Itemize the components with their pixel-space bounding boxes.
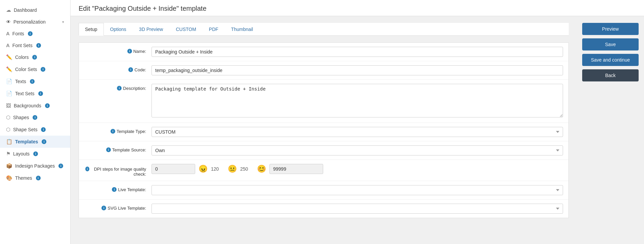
sidebar-item-label: Color Sets bbox=[15, 67, 37, 72]
name-row: i Name: bbox=[79, 43, 568, 61]
live-template-select[interactable] bbox=[152, 185, 563, 195]
sidebar-item-fonts[interactable]: A Fonts i bbox=[0, 28, 70, 39]
code-input[interactable] bbox=[152, 65, 563, 75]
dpi-input-1[interactable] bbox=[152, 164, 195, 174]
sidebar-item-colors[interactable]: ✏️ Colors i bbox=[0, 51, 70, 63]
themes-icon: 🎨 bbox=[6, 175, 12, 181]
info-icon-texts[interactable]: i bbox=[30, 79, 35, 84]
page-title: Edit "Packaging Outside + Inside" templa… bbox=[79, 5, 636, 12]
sidebar-item-shapes[interactable]: ⬡ Shapes i bbox=[0, 111, 70, 124]
template-type-label: i Template Type: bbox=[84, 127, 152, 134]
info-icon-fonts[interactable]: i bbox=[28, 31, 33, 36]
dpi-value-2: 120 bbox=[211, 166, 224, 172]
colors-icon: ✏️ bbox=[6, 54, 12, 60]
save-button[interactable]: Save bbox=[582, 38, 639, 50]
tab-options[interactable]: Options bbox=[104, 23, 133, 35]
sidebar-item-label: Backgrounds bbox=[14, 103, 41, 108]
sidebar-item-label: Templates bbox=[15, 139, 38, 144]
info-icon-templates[interactable]: i bbox=[42, 139, 46, 144]
dpi-inputs-container: 😠 120 😐 250 😊 bbox=[152, 164, 563, 174]
description-row: i Description: bbox=[79, 80, 568, 123]
happy-face-icon: 😊 bbox=[257, 165, 266, 173]
sidebar-item-text-sets[interactable]: 📄 Text Sets i bbox=[0, 88, 70, 100]
info-icon-svg-live[interactable]: i bbox=[101, 206, 106, 210]
description-textarea[interactable] bbox=[152, 84, 563, 117]
content-area: Setup Options 3D Preview CUSTOM PDF Thum… bbox=[71, 16, 644, 244]
sidebar-item-texts[interactable]: 📄 Texts i bbox=[0, 75, 70, 88]
info-icon-text-sets[interactable]: i bbox=[38, 91, 43, 96]
sad-face-icon: 😠 bbox=[199, 165, 208, 173]
info-icon-name[interactable]: i bbox=[127, 49, 132, 54]
info-icon-shape-sets[interactable]: i bbox=[41, 127, 46, 132]
sidebar-item-label: Indesign Packages bbox=[15, 163, 55, 169]
template-type-field: CUSTOM bbox=[152, 127, 563, 137]
name-label: i Name: bbox=[84, 47, 152, 54]
info-icon-font-sets[interactable]: i bbox=[36, 43, 41, 48]
sidebar-item-themes[interactable]: 🎨 Themes i bbox=[0, 172, 70, 184]
sidebar-item-layouts[interactable]: ⚑ Layouts i bbox=[0, 148, 70, 160]
tab-setup[interactable]: Setup bbox=[79, 23, 104, 36]
sidebar-item-dashboard[interactable]: ☁ Dashboard bbox=[0, 4, 70, 16]
text-sets-icon: 📄 bbox=[6, 91, 12, 97]
sidebar-personalization-header[interactable]: 👁 Personalization ▾ bbox=[0, 16, 70, 28]
sidebar-item-backgrounds[interactable]: 🖼 Backgrounds i bbox=[0, 100, 70, 111]
preview-button[interactable]: Preview bbox=[582, 23, 639, 35]
dpi-label: i DPI steps for image quality check: bbox=[84, 164, 152, 177]
sidebar-item-label: Layouts bbox=[13, 151, 30, 156]
sidebar-item-label: Shapes bbox=[13, 115, 29, 120]
info-icon-description[interactable]: i bbox=[117, 86, 122, 91]
fonts-icon: A bbox=[6, 31, 10, 36]
code-row: i Code: bbox=[79, 61, 568, 80]
info-icon-dpi[interactable]: i bbox=[85, 167, 89, 171]
cloud-icon: ☁ bbox=[6, 7, 11, 13]
dpi-input-4[interactable] bbox=[269, 164, 323, 174]
back-button[interactable]: Back bbox=[582, 69, 639, 81]
sidebar-item-font-sets[interactable]: A Font Sets i bbox=[0, 39, 70, 51]
name-field bbox=[152, 47, 563, 57]
info-icon-layouts[interactable]: i bbox=[33, 151, 38, 156]
sidebar-item-color-sets[interactable]: ✏️ Color Sets i bbox=[0, 63, 70, 75]
info-icon-color-sets[interactable]: i bbox=[41, 67, 45, 72]
info-icon-shapes[interactable]: i bbox=[33, 115, 37, 120]
code-field bbox=[152, 65, 563, 75]
templates-icon: 📋 bbox=[6, 139, 12, 145]
info-icon-template-source[interactable]: i bbox=[106, 147, 111, 152]
info-icon-code[interactable]: i bbox=[128, 67, 133, 72]
template-source-row: i Template Source: Own bbox=[79, 141, 568, 160]
sidebar-item-indesign-packages[interactable]: 📦 Indesign Packages i bbox=[0, 160, 70, 172]
font-sets-icon: A bbox=[6, 42, 10, 48]
info-icon-indesign[interactable]: i bbox=[58, 164, 63, 168]
description-label: i Description: bbox=[84, 84, 152, 91]
dpi-row: i DPI steps for image quality check: 😠 1… bbox=[79, 160, 568, 181]
description-field bbox=[152, 84, 563, 118]
action-panel: Preview Save Save and continue Back bbox=[577, 16, 644, 244]
info-icon-template-type[interactable]: i bbox=[111, 129, 115, 134]
live-template-row: i Live Template: bbox=[79, 181, 568, 200]
indesign-icon: 📦 bbox=[6, 163, 12, 169]
template-type-select[interactable]: CUSTOM bbox=[152, 127, 563, 137]
texts-icon: 📄 bbox=[6, 78, 12, 84]
tab-thumbnail[interactable]: Thumbnail bbox=[225, 23, 259, 35]
info-icon-colors[interactable]: i bbox=[32, 55, 37, 60]
shape-sets-icon: ⬡ bbox=[6, 127, 10, 133]
template-source-select[interactable]: Own bbox=[152, 145, 563, 155]
svg-live-field bbox=[152, 204, 563, 214]
info-icon-live-template[interactable]: i bbox=[112, 187, 117, 192]
sidebar-item-templates[interactable]: 📋 Templates i bbox=[0, 136, 70, 148]
eye-icon: 👁 bbox=[6, 19, 11, 25]
form-panel: i Name: i Code: bbox=[79, 42, 569, 218]
sidebar-item-label: Font Sets bbox=[12, 43, 33, 48]
svg-live-select[interactable] bbox=[152, 204, 563, 214]
topbar: Edit "Packaging Outside + Inside" templa… bbox=[71, 0, 644, 16]
tab-pdf[interactable]: PDF bbox=[203, 23, 225, 35]
color-sets-icon: ✏️ bbox=[6, 66, 12, 72]
info-icon-backgrounds[interactable]: i bbox=[45, 103, 50, 108]
info-icon-themes[interactable]: i bbox=[36, 176, 41, 180]
tab-3d-preview[interactable]: 3D Preview bbox=[133, 23, 170, 35]
save-continue-button[interactable]: Save and continue bbox=[582, 54, 639, 66]
name-input[interactable] bbox=[152, 47, 563, 57]
tab-custom[interactable]: CUSTOM bbox=[169, 23, 202, 35]
svg-live-template-row: i SVG Live Template: bbox=[79, 200, 568, 218]
sidebar-item-shape-sets[interactable]: ⬡ Shape Sets i bbox=[0, 124, 70, 136]
sidebar-item-label: Themes bbox=[15, 175, 32, 181]
